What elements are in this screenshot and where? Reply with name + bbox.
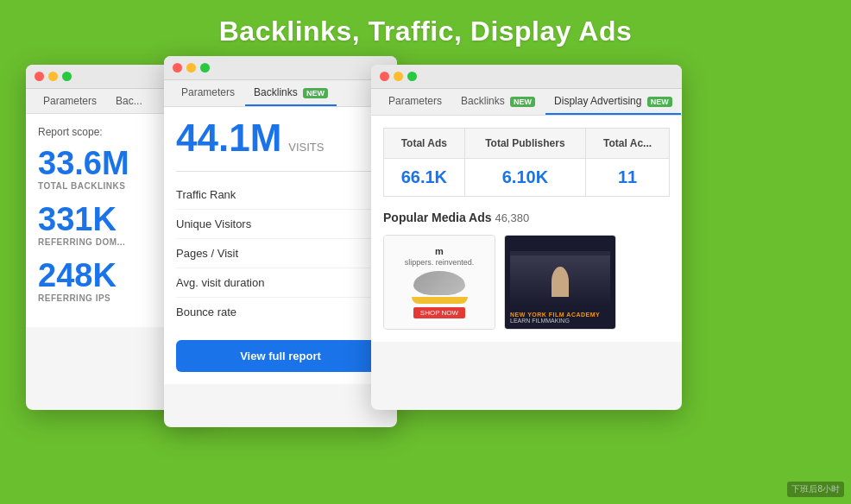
col-total-ads: Total Ads — [384, 129, 465, 159]
traffic-menu-list: Traffic Rank Unique Visitors Pages / Vis… — [176, 180, 385, 326]
value-total-publishers: 6.10K — [464, 159, 585, 197]
tab-bar-2: Parameters Backlinks NEW — [164, 80, 397, 107]
film-person — [510, 251, 610, 312]
tab-bac-1[interactable]: Bac... — [107, 89, 151, 113]
visits-number: 44.1M — [176, 119, 281, 157]
value-total-ads: 66.1K — [384, 159, 465, 197]
maximize-dot-3[interactable] — [407, 72, 417, 81]
col-total-publishers: Total Publishers — [464, 129, 585, 159]
tab-parameters-1[interactable]: Parameters — [35, 89, 105, 113]
col-total-ac: Total Ac... — [586, 129, 670, 159]
ad-film-content: NEW YORK FILM ACADEMY LEARN FILMMAKING — [505, 236, 615, 329]
tab-display-label: Display Advertising — [554, 95, 641, 107]
ad-card-film: NEW YORK FILM ACADEMY LEARN FILMMAKING — [504, 235, 616, 330]
shoe-tagline: slippers. reinvented. — [405, 258, 475, 267]
minimize-dot-2[interactable] — [186, 63, 196, 72]
tab-parameters-3[interactable]: Parameters — [380, 89, 451, 115]
tab-backlinks-3[interactable]: Backlinks NEW — [452, 89, 544, 115]
close-dot[interactable] — [35, 72, 44, 81]
titlebar-2 — [164, 56, 397, 80]
stats-table: Total Ads Total Publishers Total Ac... 6… — [383, 128, 670, 197]
maximize-dot[interactable] — [62, 72, 72, 81]
shoe-sole — [412, 297, 468, 304]
minimize-dot[interactable] — [48, 72, 58, 81]
ad-shoe-content: m slippers. reinvented. SHOP NOW — [384, 236, 495, 329]
shoe-cta: SHOP NOW — [413, 307, 465, 318]
close-dot-2[interactable] — [173, 63, 182, 72]
tab-backlinks-2[interactable]: Backlinks NEW — [245, 80, 337, 106]
menu-item-unique-visitors[interactable]: Unique Visitors — [176, 210, 385, 239]
divider — [176, 171, 385, 172]
film-title: NEW YORK FILM ACADEMY — [510, 312, 610, 318]
tab-bar-3: Parameters Backlinks NEW Display Adverti… — [371, 89, 682, 116]
close-dot-3[interactable] — [380, 72, 389, 81]
minimize-dot-3[interactable] — [394, 72, 403, 81]
table-row: 66.1K 6.10K 11 — [384, 159, 670, 197]
titlebar-3 — [371, 65, 682, 89]
shoe-brand: m — [435, 246, 444, 256]
page-title: Backlinks, Traffic, Display Ads — [0, 0, 851, 47]
menu-item-traffic-rank[interactable]: Traffic Rank — [176, 180, 385, 210]
value-total-ac: 11 — [586, 159, 670, 197]
visits-row: 44.1M VISITS — [176, 119, 385, 157]
shoe-shape — [413, 271, 465, 295]
popular-count: 46,380 — [495, 211, 529, 224]
menu-item-pages-visit[interactable]: Pages / Visit — [176, 239, 385, 268]
view-report-button[interactable]: View full report — [176, 340, 385, 372]
tab-parameters-2[interactable]: Parameters — [173, 80, 243, 106]
window-display-ads: Parameters Backlinks NEW Display Adverti… — [371, 65, 682, 410]
display-badge: NEW — [647, 97, 672, 107]
tab-display-advertising[interactable]: Display Advertising NEW — [545, 89, 681, 115]
popular-title-text: Popular Media Ads — [383, 211, 492, 224]
visits-label: VISITS — [288, 141, 324, 154]
film-subtitle: LEARN FILMMAKING — [510, 318, 610, 324]
backlinks-badge-3: NEW — [510, 97, 535, 107]
ads-preview: m slippers. reinvented. SHOP NOW — [383, 235, 670, 330]
maximize-dot-2[interactable] — [200, 63, 210, 72]
menu-item-bounce-rate[interactable]: Bounce rate — [176, 298, 385, 326]
tab-backlinks-label-3: Backlinks — [461, 95, 505, 107]
tab-backlinks-label: Backlinks — [254, 86, 298, 98]
backlinks-badge: NEW — [303, 88, 328, 98]
menu-item-avg-duration[interactable]: Avg. visit duration — [176, 268, 385, 298]
window-traffic: Parameters Backlinks NEW 44.1M VISITS Tr… — [164, 56, 397, 427]
watermark: 下班后8小时 — [787, 482, 844, 497]
popular-section-title: Popular Media Ads 46,380 — [383, 211, 670, 224]
ad-card-shoe: m slippers. reinvented. SHOP NOW — [383, 235, 495, 330]
